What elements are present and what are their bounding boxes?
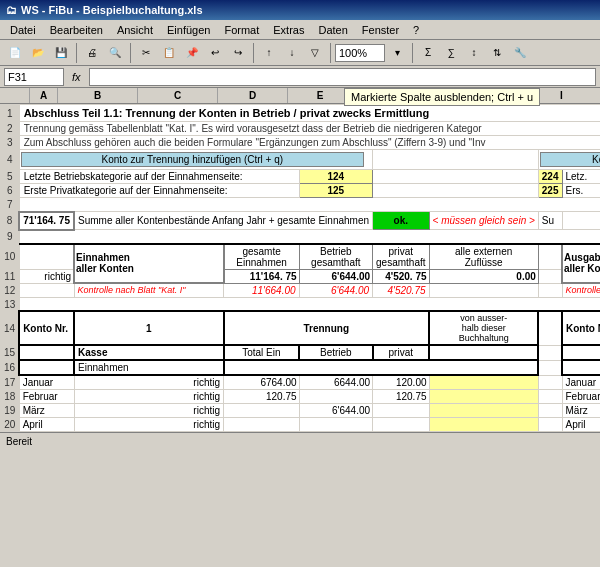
- open-button[interactable]: 📂: [27, 43, 49, 63]
- tb-btn-2[interactable]: ∑: [440, 43, 462, 63]
- row-num: 5: [1, 170, 20, 184]
- table-row: 6 Erste Privatkategorie auf der Einnahme…: [1, 184, 601, 198]
- toolbar-sort-group: ↑ ↓ ▽: [258, 43, 331, 63]
- erste-privat-val-cell[interactable]: 125: [299, 184, 372, 198]
- zoom-display[interactable]: 100%: [335, 44, 385, 62]
- menu-datei[interactable]: Datei: [4, 23, 42, 37]
- menu-format[interactable]: Format: [218, 23, 265, 37]
- januar-g: [538, 375, 562, 390]
- januar-status: richtig: [74, 375, 224, 390]
- copy-button[interactable]: 📋: [158, 43, 180, 63]
- maerz-g: [538, 404, 562, 418]
- row-num: 2: [1, 122, 20, 136]
- maerz-yellow: [429, 404, 538, 418]
- fx-button[interactable]: fx: [68, 69, 85, 85]
- add-konto-left-button[interactable]: Konto zur Trennung hinzufügen (Ctrl + q): [21, 152, 364, 167]
- empty-10g: [538, 244, 562, 270]
- table-row: 7: [1, 198, 601, 212]
- new-button[interactable]: 📄: [4, 43, 26, 63]
- cut-button[interactable]: ✂: [135, 43, 157, 63]
- april-right-label: April: [562, 418, 600, 432]
- menu-daten[interactable]: Daten: [312, 23, 353, 37]
- row-num: 14: [1, 311, 20, 345]
- undo-button[interactable]: ↩: [204, 43, 226, 63]
- row-num: 7: [1, 198, 20, 212]
- menu-ansicht[interactable]: Ansicht: [111, 23, 159, 37]
- table-row: 5 Letzte Betriebskategorie auf der Einna…: [1, 170, 601, 184]
- februar-v3: 120.75: [373, 390, 429, 404]
- col-header-d: D: [218, 88, 288, 103]
- status-bar: Bereit: [0, 432, 600, 450]
- redo-button[interactable]: ↪: [227, 43, 249, 63]
- maerz-status: richtig: [74, 404, 224, 418]
- summary-value-cell: 71'164. 75: [19, 212, 74, 230]
- tooltip-popup: Markierte Spalte ausblenden; Ctrl + u: [344, 88, 540, 106]
- privat-header: privatgesamthaft: [373, 244, 429, 270]
- row-num: 6: [1, 184, 20, 198]
- separator-row-9: [19, 230, 600, 244]
- empty-15a: [19, 345, 74, 360]
- sort-asc-button[interactable]: ↑: [258, 43, 280, 63]
- filter-button[interactable]: ▽: [304, 43, 326, 63]
- menu-einfuegen[interactable]: Einfügen: [161, 23, 216, 37]
- letzte-betrieb-val2-cell[interactable]: 224: [538, 170, 562, 184]
- februar-status: richtig: [74, 390, 224, 404]
- btn-add-right-cell: Konto zur Tr: [538, 150, 600, 170]
- menu-fenster[interactable]: Fenster: [356, 23, 405, 37]
- toolbar-extra-buttons: Σ ∑ ↕ ⇅ 🔧: [417, 43, 531, 63]
- von-ausser-cell: von ausser-halb dieserBuchhaltung: [429, 311, 538, 345]
- status-text: Bereit: [6, 436, 32, 447]
- empty-12g: [538, 283, 562, 297]
- tb-btn-5[interactable]: 🔧: [509, 43, 531, 63]
- empty-15g: [538, 345, 562, 360]
- row-num: 10: [1, 244, 20, 270]
- ok-cell: ok.: [373, 212, 429, 230]
- row-num: 15: [1, 345, 20, 360]
- print-button[interactable]: 🖨: [81, 43, 103, 63]
- april-v1: [224, 418, 300, 432]
- preview-button[interactable]: 🔍: [104, 43, 126, 63]
- betrieb-header: Betriebgesamthaft: [299, 244, 372, 270]
- sort-desc-button[interactable]: ↓: [281, 43, 303, 63]
- empty-12a: [19, 283, 74, 297]
- add-konto-right-button[interactable]: Konto zur Tr: [540, 152, 600, 167]
- toolbar-edit-group: ✂ 📋 📌 ↩ ↪: [135, 43, 254, 63]
- btn-add-left-cell: Konto zur Trennung hinzufügen (Ctrl + q): [19, 150, 372, 170]
- empty-12f: [429, 283, 538, 297]
- row-num: 11: [1, 269, 20, 283]
- row-num: 9: [1, 230, 20, 244]
- cell-reference[interactable]: [4, 68, 64, 86]
- row-num: 16: [1, 360, 20, 375]
- table-row: 1 Abschluss Teil 1.1: Trennung der Konte…: [1, 105, 601, 122]
- letzte-betrieb-val-cell[interactable]: 124: [299, 170, 372, 184]
- menu-help[interactable]: ?: [407, 23, 425, 37]
- col-header-b: B: [58, 88, 138, 103]
- erste-privat-val2-cell[interactable]: 225: [538, 184, 562, 198]
- table-row: 20 April richtig April: [1, 418, 601, 432]
- tb-btn-1[interactable]: Σ: [417, 43, 439, 63]
- save-button[interactable]: 💾: [50, 43, 72, 63]
- letzte-right-cell: Letz.: [562, 170, 600, 184]
- maerz-v1: [224, 404, 300, 418]
- formula-input[interactable]: [89, 68, 596, 86]
- title-bar-icon: 🗂: [6, 4, 17, 16]
- januar-right-label: Januar: [562, 375, 600, 390]
- april-g: [538, 418, 562, 432]
- row-num-header: [0, 88, 30, 103]
- row-num: 19: [1, 404, 20, 418]
- table-row: 10 Einnahmen aller Konten gesamteEinnahm…: [1, 244, 601, 270]
- maerz-right-label: März: [562, 404, 600, 418]
- menu-extras[interactable]: Extras: [267, 23, 310, 37]
- kontrolle-v3: 4'520.75: [373, 283, 429, 297]
- row-num: 3: [1, 136, 20, 150]
- table-row: 2 Trennung gemäss Tabellenblatt "Kat. I"…: [1, 122, 601, 136]
- tb-btn-3[interactable]: ↕: [463, 43, 485, 63]
- zoom-dropdown[interactable]: ▾: [386, 43, 408, 63]
- empty-cell-4e: [373, 150, 539, 170]
- menu-bearbeiten[interactable]: Bearbeiten: [44, 23, 109, 37]
- tb-btn-4[interactable]: ⇅: [486, 43, 508, 63]
- sheet-table: 1 Abschluss Teil 1.1: Trennung der Konte…: [0, 104, 600, 432]
- summary-label-cell: Summe aller Kontenbestände Anfang Jahr +…: [74, 212, 373, 230]
- paste-button[interactable]: 📌: [181, 43, 203, 63]
- kontrolle-v2: 6'644.00: [299, 283, 372, 297]
